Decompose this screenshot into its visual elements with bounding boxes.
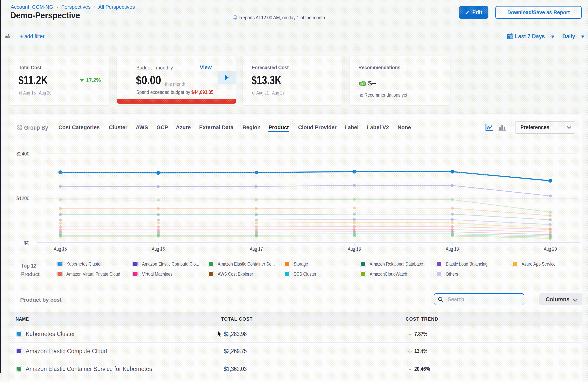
svg-text:Aug 18: Aug 18	[348, 246, 361, 252]
svg-text:Aug 16: Aug 16	[152, 246, 165, 252]
svg-text:Aug 20: Aug 20	[544, 246, 557, 252]
svg-text:$2400: $2400	[16, 151, 29, 157]
svg-text:Aug 17: Aug 17	[250, 246, 263, 252]
svg-text:Aug 15: Aug 15	[54, 246, 67, 252]
svg-text:$1200: $1200	[16, 195, 29, 201]
svg-text:Aug 19: Aug 19	[446, 246, 459, 252]
svg-text:$0: $0	[24, 240, 29, 246]
